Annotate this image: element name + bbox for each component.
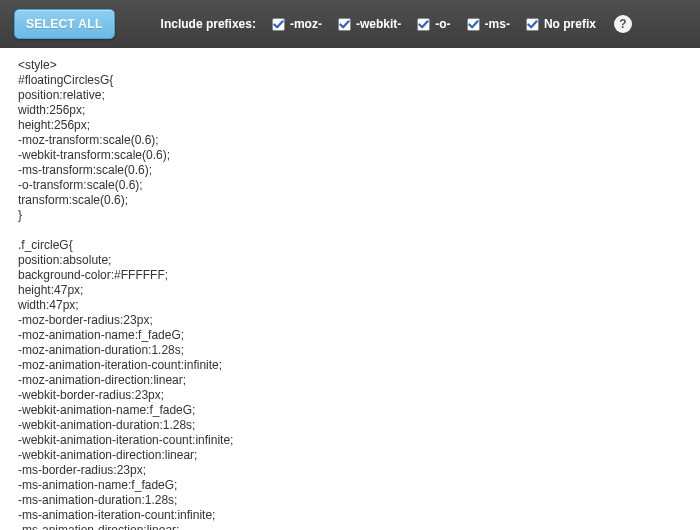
checkbox-label: -ms- (485, 17, 510, 31)
checkbox-o[interactable]: -o- (417, 17, 450, 31)
toolbar: SELECT ALL Include prefixes: -moz- -webk… (0, 0, 700, 48)
checkbox-moz[interactable]: -moz- (272, 17, 322, 31)
checkbox-label: -moz- (290, 17, 322, 31)
code-output[interactable]: <style> #floatingCirclesG{ position:rela… (0, 48, 700, 530)
checkbox-webkit[interactable]: -webkit- (338, 17, 401, 31)
checkbox-icon (338, 18, 351, 31)
include-prefixes-label: Include prefixes: (161, 17, 256, 31)
checkbox-label: No prefix (544, 17, 596, 31)
checkbox-label: -o- (435, 17, 450, 31)
checkbox-icon (417, 18, 430, 31)
checkbox-label: -webkit- (356, 17, 401, 31)
checkbox-icon (526, 18, 539, 31)
checkbox-ms[interactable]: -ms- (467, 17, 510, 31)
checkbox-no-prefix[interactable]: No prefix (526, 17, 596, 31)
checkbox-icon (272, 18, 285, 31)
help-button[interactable]: ? (614, 15, 632, 33)
select-all-button[interactable]: SELECT ALL (14, 9, 115, 39)
checkbox-icon (467, 18, 480, 31)
